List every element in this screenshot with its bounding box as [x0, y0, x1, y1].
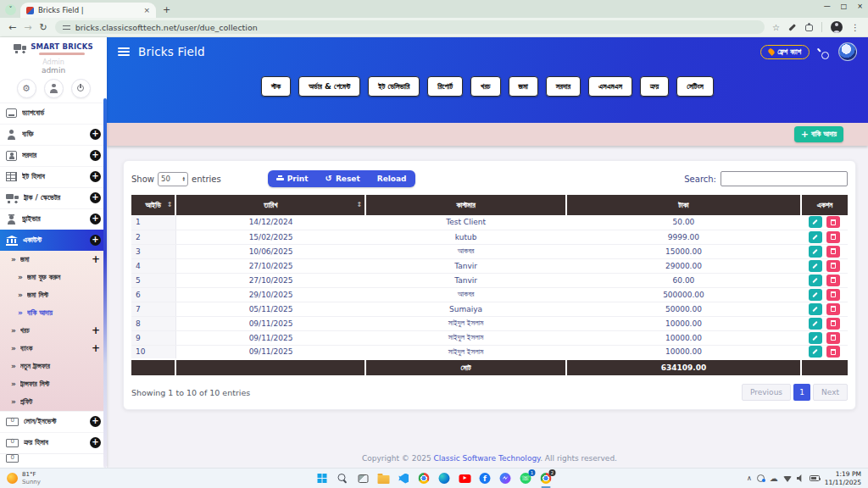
tab-close-icon[interactable]: ×	[143, 6, 150, 14]
reload-button[interactable]: Reload	[369, 170, 415, 187]
page-size-select[interactable]: 50 ▴▾	[158, 172, 188, 186]
forward-button[interactable]: →	[24, 22, 31, 33]
expand-plus-icon[interactable]: +	[90, 235, 101, 246]
whatsapp-button[interactable]: ☏1	[520, 472, 532, 485]
clock[interactable]: 1:19 PM 11/11/2025	[825, 470, 861, 487]
delete-button[interactable]	[826, 216, 840, 228]
reload-button[interactable]: ↻	[39, 22, 47, 33]
delete-button[interactable]	[826, 346, 840, 358]
add-due-collection-button[interactable]: + বাকি আদায়	[794, 126, 843, 142]
edit-button[interactable]	[809, 274, 822, 286]
task-view-button[interactable]	[357, 472, 370, 485]
sidebar-subitem[interactable]: » ট্রান্সফার লিস্ট +	[0, 375, 107, 393]
sidebar-subitem[interactable]: » প্রফিট +	[0, 393, 107, 411]
delete-button[interactable]	[826, 318, 840, 330]
expand-plus-icon[interactable]: +	[92, 343, 100, 353]
sidebar-item[interactable]: একাউন্ট +	[0, 230, 107, 251]
table-search-input[interactable]	[721, 171, 848, 186]
file-explorer-button[interactable]	[377, 472, 390, 485]
delete-button[interactable]	[826, 274, 840, 286]
taskbar-search-button[interactable]	[337, 472, 349, 485]
tab-search-button[interactable]: ˅	[5, 4, 16, 15]
chrome-active-button[interactable]: 2	[540, 472, 553, 485]
youtube-button[interactable]	[459, 472, 471, 485]
pen-extension-icon[interactable]	[788, 23, 797, 31]
print-button[interactable]: Print	[268, 170, 317, 187]
page-number-button[interactable]: 1	[793, 384, 810, 401]
hamburger-menu-icon[interactable]	[118, 47, 130, 56]
header-nav-button[interactable]: স্টক	[261, 76, 291, 97]
bookmark-star-icon[interactable]: ☆	[772, 23, 780, 32]
header-nav-button[interactable]: রিপোর্ট	[427, 76, 463, 97]
browser-profile-avatar[interactable]	[831, 21, 843, 33]
profile-button[interactable]	[44, 79, 64, 98]
sidebar-item[interactable]: ড্রাইভার +	[0, 208, 107, 230]
sidebar-subitem[interactable]: » নতুন ট্রান্সফার +	[0, 358, 107, 375]
delete-button[interactable]	[826, 303, 840, 315]
user-avatar[interactable]	[838, 42, 857, 61]
fresh-cash-button[interactable]: ফ্রেশ ক্যাশ	[760, 45, 810, 59]
sidebar-item[interactable]: সরদার +	[0, 145, 107, 166]
window-close-button[interactable]: ×	[857, 3, 863, 10]
messenger-button[interactable]	[499, 472, 512, 485]
tray-chevron-icon[interactable]: ∧	[747, 474, 752, 482]
col-id[interactable]: আইডি↕	[131, 195, 175, 215]
expand-plus-icon[interactable]: +	[90, 437, 101, 448]
edit-button[interactable]	[809, 289, 822, 301]
header-nav-button[interactable]: সরদার	[546, 76, 581, 97]
sync-icon[interactable]	[757, 474, 765, 482]
chrome-button[interactable]	[418, 472, 431, 485]
col-amount[interactable]: টাকা	[566, 195, 801, 215]
new-tab-button[interactable]: +	[163, 4, 170, 15]
sidebar-item[interactable]: ক্রয় হিসাব +	[0, 432, 107, 453]
volume-icon[interactable]	[797, 474, 804, 482]
address-bar[interactable]: bricks.classicsofttech.net/user/due_coll…	[55, 20, 765, 34]
expand-plus-icon[interactable]: +	[90, 129, 101, 140]
delete-button[interactable]	[826, 260, 840, 272]
edit-button[interactable]	[809, 318, 822, 330]
expand-plus-icon[interactable]: +	[92, 254, 100, 264]
edit-button[interactable]	[809, 332, 822, 344]
expand-plus-icon[interactable]: +	[90, 192, 101, 203]
site-settings-icon[interactable]	[63, 24, 70, 30]
expand-plus-icon[interactable]: +	[90, 214, 101, 225]
edit-button[interactable]	[809, 260, 822, 272]
delete-button[interactable]	[826, 231, 840, 243]
back-button[interactable]: ←	[8, 22, 16, 33]
sidebar-subitem[interactable]: » ব্যাংক +	[0, 340, 107, 358]
onedrive-cloud-icon[interactable]: ☁	[770, 474, 778, 483]
browser-tab[interactable]: Bricks Field | ×	[20, 3, 156, 18]
delete-button[interactable]	[826, 332, 840, 344]
edit-button[interactable]	[809, 231, 822, 243]
edit-button[interactable]	[809, 303, 822, 315]
delete-button[interactable]	[826, 289, 840, 301]
expand-plus-icon[interactable]: +	[90, 150, 101, 161]
sidebar-item-partial[interactable]	[0, 453, 107, 463]
header-nav-button[interactable]: ইট ডেলিভারি	[368, 76, 420, 97]
expand-plus-icon[interactable]: +	[92, 325, 100, 336]
edit-button[interactable]	[809, 246, 822, 258]
header-nav-button[interactable]: অর্ডার & পেমেন্ট	[298, 76, 360, 97]
sidebar-item[interactable]: ট্রাক / স্কেভেটর +	[0, 187, 107, 208]
previous-page-button[interactable]: Previous	[742, 384, 791, 401]
edit-button[interactable]	[809, 346, 822, 358]
browser-menu-icon[interactable]: ⋮	[851, 23, 860, 32]
sidebar-subitem[interactable]: » জমা +	[0, 251, 107, 269]
header-nav-button[interactable]: ক্রয়	[640, 76, 669, 97]
sidebar-subitem[interactable]: » খরচ +	[0, 322, 107, 340]
col-date[interactable]: তারিখ↕	[175, 195, 365, 215]
sidebar-item[interactable]: লোন/ইনভেস্ট +	[0, 411, 107, 432]
header-nav-button[interactable]: খরচ	[470, 76, 500, 97]
sidebar-subitem[interactable]: » জমা লিস্ট +	[0, 286, 107, 304]
sidebar-item[interactable]: ড্যাশবোর্ড +	[0, 103, 107, 124]
company-link[interactable]: Classic Software Technology	[433, 454, 540, 463]
header-nav-button[interactable]: সেটিংস	[676, 76, 714, 97]
logout-button[interactable]	[71, 79, 91, 98]
start-button[interactable]	[316, 472, 329, 485]
sidebar-item[interactable]: ব্যক্তি +	[0, 124, 107, 145]
extensions-puzzle-icon[interactable]	[805, 25, 813, 31]
weather-widget[interactable]: 81°F Sunny	[0, 471, 41, 485]
sidebar-subitem[interactable]: » জমা যুক্ত করুন +	[0, 269, 107, 286]
wifi-icon[interactable]	[783, 476, 792, 482]
expand-plus-icon[interactable]: +	[90, 171, 101, 182]
